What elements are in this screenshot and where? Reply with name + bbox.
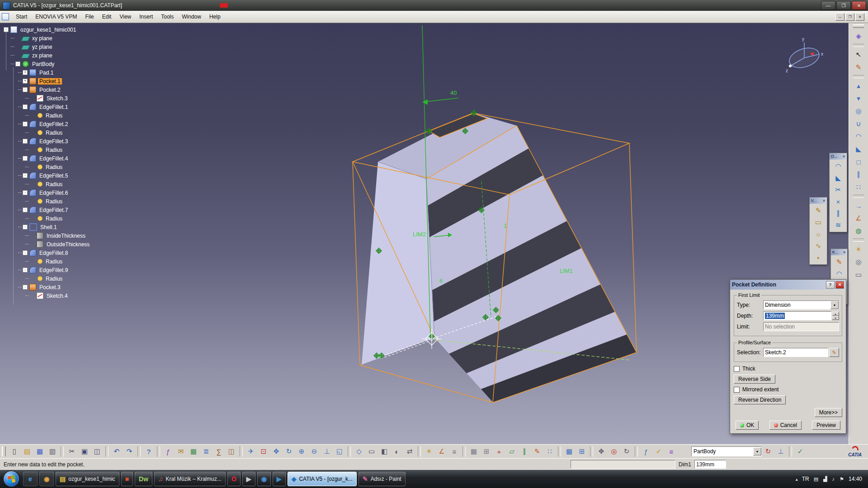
tree-expander[interactable]: - xyxy=(23,190,28,195)
tree-item[interactable]: xy plane xyxy=(2,34,151,42)
spin-down-icon[interactable]: ▼ xyxy=(832,316,839,320)
open-folder-icon[interactable]: ▤ xyxy=(21,445,33,458)
select-icon[interactable]: ↖ xyxy=(852,48,865,61)
tree-expander[interactable]: - xyxy=(23,173,28,178)
copy-icon[interactable]: ▣ xyxy=(78,445,91,458)
tree-item[interactable]: - Shell.1 xyxy=(2,223,151,231)
tree-item[interactable]: Radius xyxy=(2,214,151,223)
zoom-out-icon[interactable]: ⊖ xyxy=(308,445,321,458)
menu-item[interactable]: Help xyxy=(205,12,225,21)
catalog-icon[interactable]: ◫ xyxy=(225,445,238,458)
hide-show-icon[interactable]: ◐ xyxy=(391,445,403,458)
tree-item[interactable]: + Pad.1 xyxy=(2,68,151,77)
dropdown-arrow-icon[interactable]: ▼ xyxy=(830,301,839,309)
tree-expander[interactable]: + xyxy=(23,79,28,84)
volume-icon[interactable]: ♪ xyxy=(832,476,835,482)
spell-check-icon[interactable]: ✓ xyxy=(794,445,807,458)
thick-checkbox[interactable] xyxy=(734,366,740,372)
pattern-icon[interactable]: ∷ xyxy=(852,181,865,193)
tree-item[interactable]: - EdgeFillet.3 xyxy=(2,137,151,145)
tree-expander[interactable]: + xyxy=(23,70,28,75)
cut-icon[interactable]: ✂ xyxy=(66,445,78,458)
render-icon[interactable]: ☀ xyxy=(852,243,865,256)
tree-item[interactable]: + Pocket.1 xyxy=(2,77,151,85)
tree-expander[interactable]: - xyxy=(23,267,28,272)
sketch-tools-icon[interactable]: ✎ xyxy=(531,445,543,458)
trim-icon[interactable]: ✂ xyxy=(832,184,844,196)
tree-expander[interactable]: - xyxy=(23,87,28,92)
start-button[interactable] xyxy=(4,471,19,487)
pocket-icon[interactable]: ▾ xyxy=(852,92,865,105)
ruler-icon[interactable]: ▭ xyxy=(852,268,865,281)
measure-icon[interactable]: ∠ xyxy=(852,212,865,225)
tree-item[interactable]: Radius xyxy=(2,145,151,154)
tree-item[interactable]: - PartBody xyxy=(2,60,151,68)
menu-item[interactable]: Tools xyxy=(157,12,178,21)
palette-titlebar[interactable]: O... ✕ xyxy=(830,153,847,160)
depth-spinner[interactable]: ▲ ▼ xyxy=(832,312,839,320)
menu-item[interactable]: Start xyxy=(12,12,31,21)
undo-icon[interactable]: ↶ xyxy=(110,445,123,458)
apply-material-icon[interactable]: ◍ xyxy=(852,225,865,237)
workbench-icon[interactable]: ◈ xyxy=(852,30,865,42)
tree-item[interactable]: Radius xyxy=(2,128,151,137)
spline-icon[interactable]: ∿ xyxy=(812,240,824,252)
tree-item[interactable]: - Pocket.2 xyxy=(2,85,151,94)
tree-item[interactable]: Radius xyxy=(2,163,151,171)
circle-icon[interactable]: ○ xyxy=(812,228,824,240)
redo-icon[interactable]: ↷ xyxy=(123,445,136,458)
action-center-icon[interactable]: ⚑ xyxy=(839,476,844,483)
manipulate-icon[interactable]: ✥ xyxy=(595,445,608,458)
tree-expander[interactable]: - xyxy=(23,250,28,255)
tree-item[interactable]: - EdgeFillet.7 xyxy=(2,206,151,214)
check-analysis-icon[interactable]: ✓ xyxy=(652,445,665,458)
menu-item[interactable]: ENOVIA V5 VPM xyxy=(31,12,81,21)
dropdown-arrow-icon[interactable]: ▼ xyxy=(753,447,761,455)
menu-item[interactable]: View xyxy=(115,12,135,21)
work-on-support-icon[interactable]: ▦ xyxy=(563,445,576,458)
light-icon[interactable]: ☀ xyxy=(423,445,435,458)
print-icon[interactable]: ▥ xyxy=(46,445,59,458)
palette-titlebar[interactable]: V... ✕ xyxy=(810,197,827,204)
menu-item[interactable]: Insert xyxy=(135,12,157,21)
comment-icon[interactable]: ✉ xyxy=(175,445,187,458)
type-dropdown[interactable]: Dimension ▼ xyxy=(763,300,839,310)
chamfer-icon[interactable]: ◣ xyxy=(832,172,844,184)
dialog-close-button[interactable]: ✕ xyxy=(835,281,844,289)
rectangle-icon[interactable]: ▭ xyxy=(812,216,824,228)
language-indicator[interactable]: TR xyxy=(802,476,809,482)
tree-item[interactable]: zx plane xyxy=(2,51,151,60)
tree-item[interactable]: - EdgeFillet.8 xyxy=(2,249,151,257)
tree-expander[interactable]: - xyxy=(4,27,9,32)
fly-mode-icon[interactable]: ✈ xyxy=(245,445,257,458)
chamfer-icon[interactable]: ◣ xyxy=(852,143,865,155)
swap-space-icon[interactable]: ⇄ xyxy=(403,445,416,458)
taskbar-button[interactable]: ♫ Kral Müzik – Kralmuz... xyxy=(154,472,226,486)
tree-item[interactable]: Radius xyxy=(2,111,151,120)
tree-expander[interactable]: - xyxy=(15,61,20,66)
tree-item[interactable]: - EdgeFillet.5 xyxy=(2,171,151,180)
ok-button[interactable]: OK xyxy=(736,421,759,430)
snap-icon[interactable]: ⊞ xyxy=(480,445,493,458)
menu-item[interactable]: Window xyxy=(178,12,205,21)
tree-item[interactable]: - Pocket.3 xyxy=(2,283,151,291)
tree-item[interactable]: Radius xyxy=(2,257,151,266)
reverse-side-button[interactable]: Reverse Side xyxy=(734,375,775,384)
maximize-button[interactable]: ❐ xyxy=(836,1,851,10)
rotate-icon[interactable]: ↻ xyxy=(283,445,295,458)
plane-icon[interactable]: ▱ xyxy=(505,445,518,458)
parameters-icon[interactable]: ∑ xyxy=(212,445,225,458)
palette-close-icon[interactable]: ✕ xyxy=(822,199,826,203)
command-field[interactable] xyxy=(571,460,675,469)
media-player-pin-icon[interactable]: ◉ xyxy=(39,472,54,486)
arc-icon[interactable]: ◠ xyxy=(833,268,845,280)
dim-value-input[interactable]: 139mm xyxy=(694,460,726,469)
paste-icon[interactable]: ◫ xyxy=(91,445,104,458)
zoom-in-icon[interactable]: ⊕ xyxy=(295,445,308,458)
tree-item[interactable]: Sketch.3 xyxy=(2,94,151,103)
pattern-icon[interactable]: ∷ xyxy=(543,445,556,458)
tree-expander[interactable]: - xyxy=(23,285,28,290)
point-icon[interactable]: • xyxy=(812,252,824,263)
spin-up-icon[interactable]: ▲ xyxy=(832,312,839,316)
menu-item[interactable]: Edit xyxy=(98,12,116,21)
